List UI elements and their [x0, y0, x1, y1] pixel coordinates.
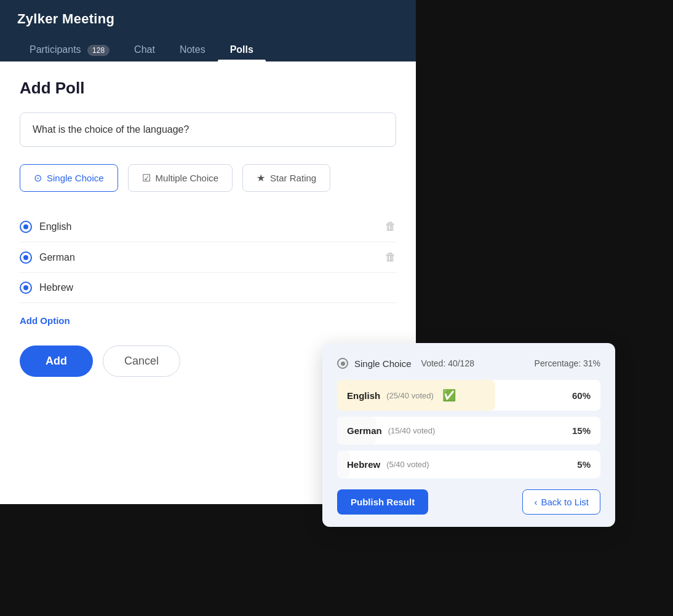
radio-icon-english	[20, 221, 32, 233]
multiple-choice-button[interactable]: ☑ Multiple Choice	[128, 164, 233, 192]
page-title: Add Poll	[20, 79, 396, 98]
app-title: Zylker Meeting	[17, 11, 399, 27]
option-row-hebrew: Hebrew	[20, 273, 396, 303]
results-radio-dot	[341, 361, 345, 366]
radio-icon-hebrew	[20, 282, 32, 294]
option-label-german: German	[39, 252, 378, 263]
results-percentage: Percentage: 31%	[535, 358, 600, 368]
result-votes-hebrew: (5/40 voted)	[386, 460, 429, 469]
publish-result-button[interactable]: Publish Result	[337, 489, 428, 515]
tab-participants[interactable]: Participants 128	[17, 38, 122, 61]
radio-dot	[23, 224, 28, 229]
radio-icon-german	[20, 251, 32, 264]
radio-dot	[23, 285, 28, 290]
tab-bar: Participants 128 Chat Notes Polls	[17, 38, 399, 61]
results-panel: Single Choice Voted: 40/128 Percentage: …	[322, 343, 615, 527]
result-row-hebrew: Hebrew (5/40 voted) 5%	[337, 451, 600, 478]
result-pct-english: 60%	[572, 390, 591, 401]
results-header: Single Choice Voted: 40/128 Percentage: …	[337, 358, 600, 369]
single-choice-label: Single Choice	[47, 173, 104, 183]
single-choice-icon: ⊙	[34, 172, 42, 184]
star-rating-label: Star Rating	[270, 173, 316, 183]
type-buttons: ⊙ Single Choice ☑ Multiple Choice ★ Star…	[20, 164, 396, 192]
result-pct-german: 15%	[572, 425, 591, 436]
option-label-english: English	[39, 221, 378, 232]
header: Zylker Meeting Participants 128 Chat Not…	[0, 0, 416, 61]
result-lang-hebrew: Hebrew	[347, 459, 380, 470]
question-input[interactable]	[20, 113, 396, 147]
delete-german-button[interactable]: 🗑	[385, 251, 396, 264]
result-lang-german: German	[347, 425, 382, 436]
options-list: English 🗑 German 🗑 Hebrew	[20, 211, 396, 303]
star-rating-button[interactable]: ★ Star Rating	[242, 164, 330, 192]
delete-english-button[interactable]: 🗑	[385, 220, 396, 233]
result-votes-english: (25/40 voted)	[386, 391, 434, 400]
multiple-choice-icon: ☑	[142, 172, 151, 184]
option-label-hebrew: Hebrew	[39, 282, 396, 293]
result-lang-english: English	[347, 390, 380, 401]
checkmark-icon-english: ✅	[442, 389, 456, 402]
chevron-left-icon: ‹	[534, 497, 537, 507]
tab-polls[interactable]: Polls	[218, 38, 266, 61]
option-row-english: English 🗑	[20, 211, 396, 242]
radio-dot	[23, 255, 28, 260]
add-button[interactable]: Add	[20, 346, 93, 377]
results-type: Single Choice	[354, 358, 412, 369]
tab-notes[interactable]: Notes	[167, 38, 218, 61]
multiple-choice-label: Multiple Choice	[156, 173, 219, 183]
add-option-link[interactable]: Add Option	[20, 315, 396, 326]
single-choice-button[interactable]: ⊙ Single Choice	[20, 164, 118, 192]
results-radio-icon	[337, 358, 348, 369]
option-row-german: German 🗑	[20, 242, 396, 273]
results-voted: Voted: 40/128	[421, 358, 474, 368]
result-pct-hebrew: 5%	[577, 459, 591, 470]
star-icon: ★	[257, 172, 265, 184]
tab-chat[interactable]: Chat	[122, 38, 167, 61]
result-votes-german: (15/40 voted)	[388, 426, 436, 435]
cancel-button[interactable]: Cancel	[103, 346, 180, 377]
back-to-list-button[interactable]: ‹ Back to List	[522, 489, 600, 515]
back-to-list-label: Back to List	[541, 497, 589, 507]
participants-badge: 128	[87, 45, 110, 56]
results-footer: Publish Result ‹ Back to List	[337, 489, 600, 515]
result-row-german: German (15/40 voted) 15%	[337, 417, 600, 444]
result-row-english: English (25/40 voted) ✅ 60%	[337, 380, 600, 411]
